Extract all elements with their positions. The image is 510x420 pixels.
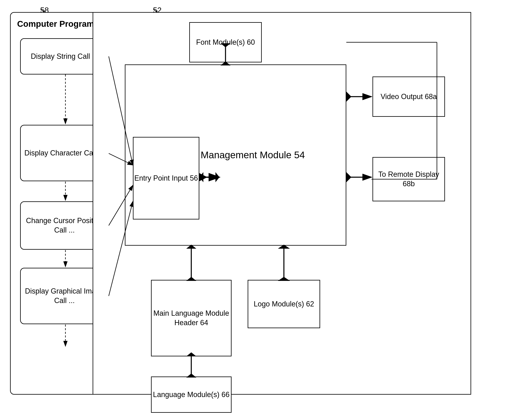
video-output-box: Video Output 68a [373,76,445,117]
entry-point-box: Entry Point Input 56 [133,137,199,219]
remote-display-box: To Remote Display 68b [373,157,445,201]
logo-module-label: Logo Module(s) 62 [254,300,314,309]
language-module-box: Language Module(s) 66 [151,376,232,413]
entry-point-label: Entry Point Input 56 [134,173,198,183]
main-language-module-box: Main Language Module Header 64 [151,280,232,356]
font-module-box: Font Module(s) 60 [189,22,262,62]
computer-program-label: Computer Program [17,19,94,29]
logo-module-box: Logo Module(s) 62 [248,280,320,328]
display-string-label: Display String Call ... [31,52,98,61]
language-module-label: Language Module(s) 66 [153,390,230,399]
remote-display-label: To Remote Display 68b [373,170,444,189]
video-output-label: Video Output 68a [381,92,437,101]
font-module-label: Font Module(s) 60 [196,38,255,47]
main-language-label: Main Language Module Header 64 [152,309,231,328]
diagram-container: 58 ↘ 52 ↘ Computer Program Display Strin… [0,0,510,420]
